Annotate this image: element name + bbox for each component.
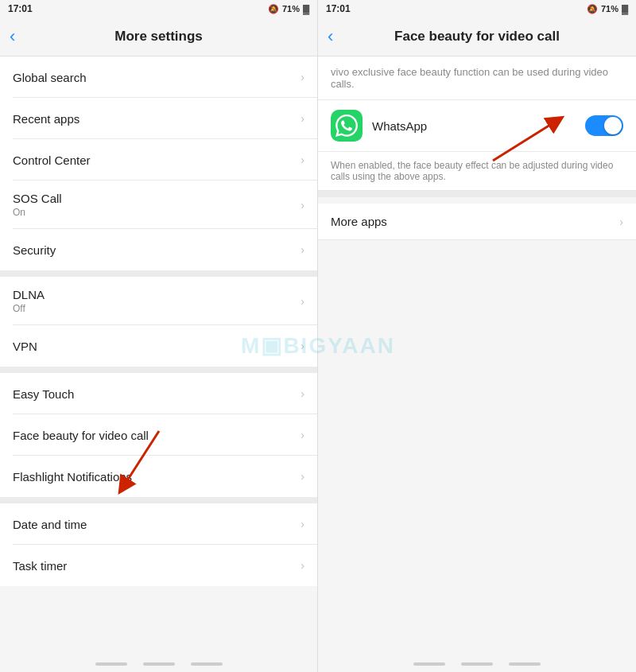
chevron-recent-apps: › bbox=[301, 112, 304, 125]
left-screen: ‹ More settings Global search › Recent a… bbox=[0, 17, 318, 672]
status-icons-left: 🔕 71% ▓ bbox=[268, 4, 309, 14]
dot-5 bbox=[461, 662, 493, 666]
list-item-security[interactable]: Security › bbox=[0, 229, 317, 270]
settings-group-2: DLNA Off › VPN › bbox=[0, 277, 317, 367]
chevron-security: › bbox=[301, 243, 304, 256]
battery-icon-left: ▓ bbox=[303, 4, 309, 14]
notification-icon-right: 🔕 bbox=[587, 4, 598, 14]
whatsapp-label: WhatsApp bbox=[372, 119, 427, 133]
security-label: Security bbox=[13, 243, 56, 257]
sos-call-text: SOS Call On bbox=[13, 192, 62, 218]
whatsapp-row[interactable]: WhatsApp bbox=[318, 100, 636, 152]
recent-apps-label: Recent apps bbox=[13, 112, 80, 126]
right-content: vivo exclusive face beauty function can … bbox=[318, 56, 636, 656]
app-description-text: When enabled, the face beauty effect can… bbox=[318, 152, 636, 191]
dot-2 bbox=[143, 662, 175, 666]
chevron-task-timer: › bbox=[301, 559, 304, 572]
control-center-label: Control Center bbox=[13, 153, 91, 167]
right-header: ‹ Face beauty for video call bbox=[318, 17, 636, 56]
list-item-date-time[interactable]: Date and time › bbox=[0, 503, 317, 545]
settings-group-3: Easy Touch › Face beauty for video call … bbox=[0, 373, 317, 497]
settings-group-1: Global search › Recent apps › Control Ce… bbox=[0, 56, 317, 270]
dlna-text: DLNA Off bbox=[13, 288, 45, 314]
battery-percent-right: 71% bbox=[601, 4, 619, 14]
flashlight-label: Flashlight Notifications bbox=[13, 470, 132, 484]
vpn-label: VPN bbox=[13, 340, 37, 353]
sos-call-label: SOS Call bbox=[13, 192, 62, 205]
battery-icon-right: ▓ bbox=[622, 4, 628, 14]
chevron-flashlight: › bbox=[301, 470, 304, 483]
dot-6 bbox=[509, 662, 541, 666]
chevron-sos-call: › bbox=[301, 199, 304, 212]
date-time-label: Date and time bbox=[13, 518, 87, 531]
sos-call-sublabel: On bbox=[13, 207, 62, 218]
left-settings-list: Global search › Recent apps › Control Ce… bbox=[0, 56, 317, 656]
list-item-control-center[interactable]: Control Center › bbox=[0, 139, 317, 181]
list-item-global-search[interactable]: Global search › bbox=[0, 56, 317, 98]
settings-group-4: Date and time › Task timer › bbox=[0, 503, 317, 586]
whatsapp-icon bbox=[331, 110, 363, 142]
section-divider-3 bbox=[0, 497, 317, 503]
right-screen: ‹ Face beauty for video call vivo exclus… bbox=[318, 17, 636, 672]
chevron-easy-touch: › bbox=[301, 387, 304, 400]
face-beauty-description: vivo exclusive face beauty function can … bbox=[318, 56, 636, 100]
battery-percent-left: 71% bbox=[282, 4, 300, 14]
chevron-more-apps: › bbox=[619, 216, 623, 228]
right-section-divider bbox=[318, 191, 636, 197]
status-bar-right: 17:01 🔕 71% ▓ bbox=[318, 0, 636, 17]
chevron-control-center: › bbox=[301, 153, 304, 166]
left-back-button[interactable]: ‹ bbox=[10, 26, 15, 47]
chevron-face-beauty: › bbox=[301, 429, 304, 441]
list-item-face-beauty[interactable]: Face beauty for video call › bbox=[0, 414, 317, 456]
dot-3 bbox=[191, 662, 223, 666]
list-item-flashlight[interactable]: Flashlight Notifications › bbox=[0, 456, 317, 497]
dlna-sublabel: Off bbox=[13, 303, 45, 314]
status-bars: 17:01 🔕 71% ▓ 17:01 🔕 71% ▓ bbox=[0, 0, 636, 17]
left-header: ‹ More settings bbox=[0, 17, 317, 56]
right-back-button[interactable]: ‹ bbox=[328, 26, 333, 47]
list-item-dlna[interactable]: DLNA Off › bbox=[0, 277, 317, 325]
list-item-sos-call[interactable]: SOS Call On › bbox=[0, 181, 317, 229]
more-apps-label: More apps bbox=[331, 215, 387, 228]
app-info: WhatsApp bbox=[331, 110, 427, 142]
global-search-label: Global search bbox=[13, 71, 87, 84]
time-right: 17:01 bbox=[326, 3, 351, 14]
more-apps-row[interactable]: More apps › bbox=[318, 204, 636, 240]
notification-icon-left: 🔕 bbox=[268, 4, 279, 14]
screens-wrapper: M▣BIGYAAN ‹ More settings Globa bbox=[0, 17, 636, 672]
status-icons-right: 🔕 71% ▓ bbox=[587, 4, 628, 14]
chevron-dlna: › bbox=[301, 295, 304, 308]
easy-touch-label: Easy Touch bbox=[13, 387, 74, 401]
chevron-global-search: › bbox=[301, 71, 304, 84]
list-item-task-timer[interactable]: Task timer › bbox=[0, 545, 317, 586]
list-item-vpn[interactable]: VPN › bbox=[0, 325, 317, 367]
whatsapp-toggle[interactable] bbox=[585, 115, 623, 136]
dlna-label: DLNA bbox=[13, 288, 45, 301]
section-divider-2 bbox=[0, 367, 317, 373]
section-divider-1 bbox=[0, 270, 317, 277]
status-bar-left: 17:01 🔕 71% ▓ bbox=[0, 0, 318, 17]
left-screen-title: More settings bbox=[114, 29, 203, 45]
dot-4 bbox=[413, 662, 445, 666]
right-screen-title: Face beauty for video call bbox=[394, 29, 560, 45]
list-item-recent-apps[interactable]: Recent apps › bbox=[0, 98, 317, 139]
left-bottom-dots bbox=[0, 656, 317, 672]
task-timer-label: Task timer bbox=[13, 559, 67, 573]
face-beauty-label: Face beauty for video call bbox=[13, 429, 149, 442]
list-item-easy-touch[interactable]: Easy Touch › bbox=[0, 373, 317, 414]
right-bottom-dots bbox=[318, 656, 636, 672]
dot-1 bbox=[95, 662, 127, 666]
time-left: 17:01 bbox=[8, 3, 33, 14]
toggle-knob bbox=[604, 117, 622, 134]
chevron-date-time: › bbox=[301, 518, 304, 530]
chevron-vpn: › bbox=[301, 340, 304, 352]
